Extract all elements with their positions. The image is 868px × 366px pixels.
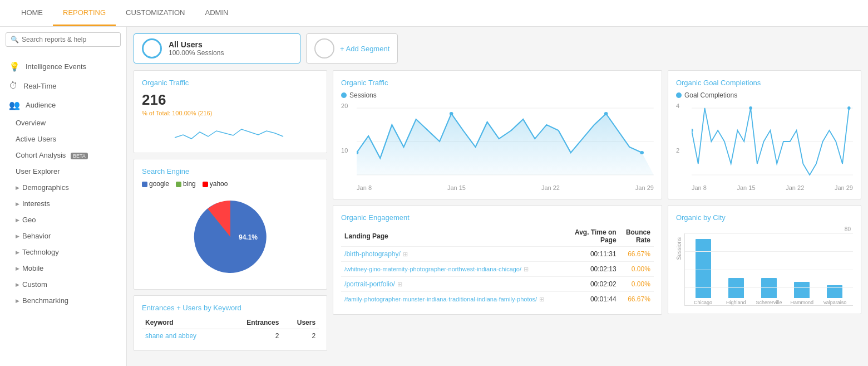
sidebar-item-audience-label: Audience: [26, 101, 56, 109]
svg-marker-4: [357, 114, 654, 175]
segment-info: All Users 100.00% Sessions: [169, 40, 224, 57]
page-cell-3[interactable]: /family-photographer-munster-indiana-tra…: [341, 292, 567, 307]
sidebar-item-audience[interactable]: 👥 Audience: [0, 95, 126, 115]
rate-cell-2: 0.00%: [620, 277, 654, 292]
keyword-table: Keyword Entrances Users shane and abbey …: [142, 316, 319, 343]
realtime-icon: ⏱: [9, 81, 18, 91]
organic-traffic-pct: 100.00% (216): [172, 110, 212, 116]
x-label-3: Jan 29: [635, 184, 654, 191]
time-cell-2: 00:02:02: [567, 277, 620, 292]
copy-icon-2[interactable]: ⊞: [397, 281, 402, 287]
svg-point-6: [450, 112, 453, 115]
pie-chart: 94.1%: [142, 192, 319, 281]
segment-name: All Users: [169, 40, 224, 49]
all-users-segment[interactable]: All Users 100.00% Sessions: [134, 33, 300, 64]
nav-home[interactable]: HOME: [11, 1, 53, 26]
entrances-cell: 2: [226, 329, 282, 343]
bounce-rate-header: BounceRate: [620, 226, 654, 247]
organic-traffic-title: Organic Traffic: [142, 79, 319, 87]
users-col-header: Users: [282, 316, 319, 329]
segment-pct: 100.00% Sessions: [169, 49, 224, 57]
bar-schererville: Schererville: [754, 278, 783, 305]
city-title: Organic by City: [676, 213, 853, 222]
search-engine-card: Search Engine google bing yahoo: [134, 159, 327, 290]
y-mid-label: 10: [341, 147, 348, 154]
intelligence-icon: 💡: [9, 61, 20, 72]
sidebar: 🔍 💡 Intelligence Events ⏱ Real-Time 👥 Au…: [0, 27, 127, 366]
bar-label-valparaiso: Valparaiso: [823, 300, 846, 305]
sidebar-item-behavior[interactable]: Behavior: [0, 228, 126, 244]
sparkline: [142, 121, 319, 145]
bar-hammond: Hammond: [787, 282, 817, 305]
nav-reporting[interactable]: REPORTING: [53, 1, 116, 26]
legend-bing: bing: [176, 180, 196, 188]
svg-point-8: [640, 151, 644, 154]
beta-badge: BETA: [71, 153, 88, 159]
sidebar-item-realtime[interactable]: ⏱ Real-Time: [0, 76, 126, 95]
search-icon: 🔍: [11, 36, 19, 43]
sidebar-item-intelligence[interactable]: 💡 Intelligence Events: [0, 57, 126, 76]
sidebar-item-geo[interactable]: Geo: [0, 212, 126, 228]
goal-x-1: Jan 15: [737, 184, 756, 191]
engagement-row-3: /family-photographer-munster-indiana-tra…: [341, 292, 654, 307]
engagement-table: Landing Page Avg. Time onPage BounceRate…: [341, 226, 654, 306]
engagement-row-1: /whitney-gino-maternity-photographer-nor…: [341, 262, 654, 277]
rate-cell-1: 0.00%: [620, 262, 654, 277]
sidebar-item-technology[interactable]: Technology: [0, 244, 126, 260]
page-cell-2[interactable]: /portrait-portfolio/⊞: [341, 277, 567, 292]
goal-completions-card: Organic Goal Completions Goal Completion…: [668, 70, 861, 199]
organic-traffic-value: 216: [142, 91, 319, 109]
keyword-cell[interactable]: shane and abbey: [142, 329, 226, 343]
goal-x-3: Jan 29: [835, 184, 853, 191]
organic-engagement-card: Organic Engagement Landing Page Avg. Tim…: [333, 205, 662, 315]
goal-y-mid: 2: [676, 147, 679, 154]
bar-valparaiso: Valparaiso: [820, 285, 850, 305]
x-axis-labels: Jan 8 Jan 15 Jan 22 Jan 29: [357, 184, 654, 191]
x-label-1: Jan 15: [447, 184, 466, 191]
sidebar-item-active-users[interactable]: Active Users: [0, 131, 126, 147]
goal-legend: Goal Completions: [676, 91, 853, 99]
engagement-row-0: /birth-photography/⊞ 00:11:31 66.67%: [341, 247, 654, 262]
sidebar-item-mobile[interactable]: Mobile: [0, 260, 126, 276]
bar-label-hammond: Hammond: [790, 300, 813, 305]
pie-legend: google bing yahoo: [142, 180, 319, 188]
sidebar-item-custom[interactable]: Custom: [0, 276, 126, 292]
time-cell-3: 00:01:44: [567, 292, 620, 307]
keyword-col-header: Keyword: [142, 316, 226, 329]
organic-traffic-chart-card: Organic Traffic Sessions 20 10: [333, 70, 662, 199]
search-input[interactable]: [22, 36, 116, 43]
sidebar-item-demographics[interactable]: Demographics: [0, 179, 126, 196]
rate-cell-3: 66.67%: [620, 292, 654, 307]
line-chart-wrapper: 20 10: [341, 103, 654, 191]
landing-page-header: Landing Page: [341, 226, 567, 247]
sessions-label: Sessions: [349, 91, 377, 99]
sidebar-item-interests[interactable]: Interests: [0, 196, 126, 212]
bar-label-chicago: Chicago: [694, 300, 712, 305]
copy-icon-0[interactable]: ⊞: [403, 251, 408, 257]
nav-admin[interactable]: ADMIN: [195, 1, 238, 26]
organic-city-card: Organic by City Sessions 80: [668, 205, 861, 314]
sidebar-item-user-explorer[interactable]: User Explorer: [0, 163, 126, 179]
add-segment-circle: [314, 38, 334, 58]
users-cell: 2: [282, 329, 319, 343]
avg-time-header: Avg. Time onPage: [567, 226, 620, 247]
search-box[interactable]: 🔍: [6, 32, 121, 47]
copy-icon-1[interactable]: ⊞: [524, 266, 529, 272]
nav-customization[interactable]: CUSTOMIZATION: [116, 1, 195, 26]
sidebar-item-overview[interactable]: Overview: [0, 115, 126, 131]
goal-x-0: Jan 8: [692, 184, 707, 191]
svg-text:94.1%: 94.1%: [239, 233, 258, 241]
page-cell-0[interactable]: /birth-photography/⊞: [341, 247, 567, 262]
add-segment-button[interactable]: + Add Segment: [306, 33, 398, 64]
svg-point-13: [749, 106, 752, 110]
goal-y-max: 4: [676, 103, 679, 109]
time-cell-0: 00:11:31: [567, 247, 620, 262]
legend-google: google: [142, 180, 169, 188]
search-engine-title: Search Engine: [142, 167, 319, 175]
bar-highland: Highland: [721, 278, 751, 305]
segment-bar: All Users 100.00% Sessions + Add Segment: [134, 33, 861, 64]
sidebar-item-cohort[interactable]: Cohort Analysis BETA: [0, 147, 126, 163]
copy-icon-3[interactable]: ⊞: [539, 296, 544, 302]
sidebar-item-benchmarking[interactable]: Benchmarking: [0, 292, 126, 309]
page-cell-1[interactable]: /whitney-gino-maternity-photographer-nor…: [341, 262, 567, 277]
